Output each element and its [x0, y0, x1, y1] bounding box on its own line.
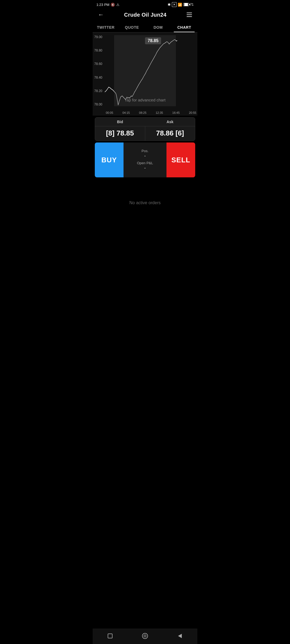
chart-area[interactable]: 79.00 78.80 78.60 78.40 78.20 78.00 78.8…: [93, 32, 197, 116]
back-button[interactable]: ←: [97, 10, 105, 19]
position-value: -: [144, 153, 146, 160]
menu-button[interactable]: [186, 12, 193, 18]
battery-icon: [183, 3, 189, 6]
chart-y-labels: 79.00 78.80 78.60 78.40 78.20 78.00: [93, 35, 104, 106]
wifi-icon: 📶: [178, 3, 182, 7]
position-label: Pos.: [142, 148, 148, 153]
status-bar: 1:23 PM 🔇 ⚠ ✱ ✕ 📶 71: [93, 0, 197, 8]
bid-ask-headers: Bid Ask: [95, 118, 195, 126]
bid-label: Bid: [95, 118, 145, 126]
ask-price[interactable]: 78.86 [6]: [145, 126, 195, 141]
bid-ask-values: [8] 78.85 78.86 [6]: [95, 126, 195, 141]
header: ← Crude Oil Jun24: [93, 8, 197, 22]
tab-twitter[interactable]: TWITTER: [93, 22, 119, 32]
page-title: Crude Oil Jun24: [124, 12, 166, 18]
warning-icon: ⚠: [116, 3, 119, 7]
chart-line: [105, 35, 197, 106]
tab-bar: TWITTER QUOTE DOM CHART: [93, 22, 197, 32]
status-right: ✱ ✕ 📶 71: [168, 2, 194, 7]
buy-button[interactable]: BUY: [95, 142, 124, 177]
position-panel: Pos. - Open P&L -: [124, 142, 166, 177]
chart-x-labels: 00:05 04:15 08:25 12:35 16:45 20:55: [105, 111, 197, 114]
tab-dom[interactable]: DOM: [145, 22, 171, 32]
ask-label: Ask: [145, 118, 195, 126]
no-orders-message: No active orders: [93, 179, 197, 227]
trade-row: BUY Pos. - Open P&L - SELL: [95, 142, 195, 177]
sell-button[interactable]: SELL: [166, 142, 195, 177]
battery-level: 71: [190, 3, 194, 6]
tab-chart[interactable]: CHART: [171, 22, 198, 32]
mute-icon: 🔇: [111, 3, 115, 7]
sim-icon: ✕: [172, 2, 177, 7]
status-left: 1:23 PM 🔇 ⚠: [96, 3, 119, 7]
status-time: 1:23 PM: [96, 3, 109, 7]
pnl-value: -: [144, 165, 146, 172]
bid-price[interactable]: [8] 78.85: [95, 126, 145, 141]
tab-quote[interactable]: QUOTE: [119, 22, 145, 32]
pnl-label: Open P&L: [137, 160, 153, 165]
bid-ask-panel: Bid Ask [8] 78.85 78.86 [6]: [95, 117, 195, 141]
bluetooth-icon: ✱: [168, 2, 171, 7]
